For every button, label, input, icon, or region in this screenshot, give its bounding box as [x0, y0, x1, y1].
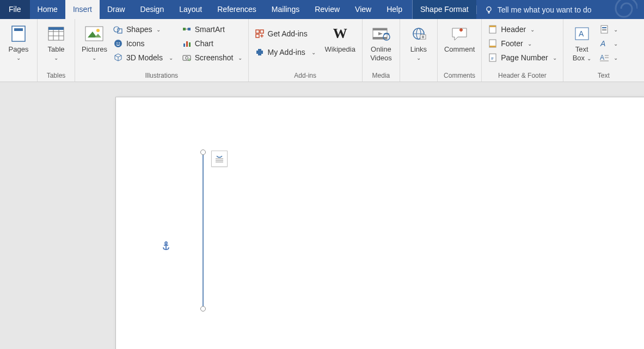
chevron-down-icon: ⌄ — [156, 27, 161, 33]
text-box-button[interactable]: A TextBox ⌄ — [567, 21, 597, 64]
footer-icon — [488, 39, 498, 48]
ribbon-tab-bar: File Home Insert Draw Design Layout Refe… — [0, 0, 644, 19]
get-addins-button[interactable]: Get Add-ins — [252, 28, 318, 40]
online-videos-button[interactable]: OnlineVideos — [366, 21, 396, 64]
document-workspace[interactable] — [0, 82, 644, 349]
chevron-down-icon: ⌄ — [614, 27, 618, 33]
tab-view[interactable]: View — [347, 0, 379, 19]
group-addins: Get Add-ins My Add-ins ⌄ W Wikipedia Add… — [249, 19, 363, 82]
drop-cap-button[interactable]: A ⌄ — [598, 52, 619, 64]
smartart-button[interactable]: SmartArt — [179, 23, 245, 35]
tab-home[interactable]: Home — [30, 0, 65, 19]
line-shape[interactable] — [203, 153, 204, 308]
svg-point-55 — [165, 242, 167, 244]
svg-rect-31 — [373, 37, 387, 39]
tab-design[interactable]: Design — [133, 0, 172, 19]
chevron-down-icon: ⌄ — [238, 55, 242, 61]
svg-point-13 — [114, 27, 119, 32]
footer-button[interactable]: Footer ⌄ — [485, 38, 559, 49]
svg-text:#: # — [491, 56, 494, 61]
quick-parts-icon — [599, 24, 609, 34]
wikipedia-icon: W — [330, 23, 351, 44]
chevron-down-icon: ⌄ — [587, 55, 591, 61]
store-icon — [255, 29, 265, 39]
svg-point-24 — [185, 57, 188, 59]
group-comments: Comment Comments — [438, 19, 482, 82]
chevron-down-icon: ⌄ — [416, 55, 421, 61]
svg-rect-49 — [602, 29, 606, 30]
svg-point-0 — [487, 7, 491, 11]
group-label-headerfooter: Header & Footer — [485, 71, 559, 82]
comment-icon — [449, 23, 470, 44]
decorative-spiral-icon — [605, 0, 637, 20]
chevron-down-icon: ⌄ — [530, 27, 535, 33]
svg-rect-22 — [189, 42, 191, 47]
drop-cap-icon: A — [599, 53, 609, 63]
smartart-icon — [182, 24, 192, 34]
document-page[interactable] — [116, 97, 644, 349]
group-media: OnlineVideos Media — [363, 19, 400, 82]
header-button[interactable]: Header ⌄ — [485, 23, 559, 35]
tab-file[interactable]: File — [0, 0, 30, 19]
svg-rect-30 — [373, 28, 387, 30]
layout-options-button[interactable] — [211, 151, 228, 167]
group-label-text: Text — [567, 71, 641, 82]
group-label-comments: Comments — [441, 71, 478, 82]
chevron-down-icon: ⌄ — [310, 49, 316, 55]
layout-options-icon — [214, 153, 225, 164]
screenshot-button[interactable]: Screenshot ⌄ — [179, 52, 245, 64]
shapes-button[interactable]: Shapes ⌄ — [111, 23, 176, 35]
wikipedia-button[interactable]: W Wikipedia — [322, 21, 359, 56]
header-icon — [488, 24, 498, 34]
shape-handle-top[interactable] — [200, 149, 206, 155]
wordart-icon: A — [599, 39, 609, 48]
group-links: Links ⌄ — [400, 19, 438, 82]
tab-insert[interactable]: Insert — [65, 0, 100, 19]
link-icon — [408, 23, 429, 44]
chart-button[interactable]: Chart — [179, 38, 245, 49]
tab-draw[interactable]: Draw — [100, 0, 133, 19]
tab-help[interactable]: Help — [379, 0, 410, 19]
tab-references[interactable]: References — [210, 0, 264, 19]
wordart-button[interactable]: A ⌄ — [598, 38, 619, 49]
pictures-icon — [84, 23, 105, 44]
text-box-icon: A — [572, 23, 592, 44]
group-label-tables: Tables — [41, 71, 71, 82]
page-number-icon: # — [488, 53, 498, 63]
chevron-down-icon: ⌄ — [92, 55, 96, 61]
quick-parts-button[interactable]: ⌄ — [598, 23, 619, 35]
shape-handle-bottom[interactable] — [200, 306, 206, 311]
tell-me-search[interactable]: Tell me what you want to do — [476, 5, 599, 14]
svg-rect-18 — [183, 28, 186, 30]
svg-rect-20 — [183, 43, 185, 47]
anchor-icon[interactable] — [161, 241, 171, 253]
tab-review[interactable]: Review — [307, 0, 347, 19]
chevron-down-icon: ⌄ — [54, 55, 58, 61]
chevron-down-icon: ⌄ — [614, 55, 618, 61]
my-addins-button[interactable]: My Add-ins ⌄ — [252, 46, 318, 58]
tab-mailings[interactable]: Mailings — [264, 0, 307, 19]
ribbon: Pages ⌄ Table ⌄ Tables Pictures — [0, 19, 644, 82]
svg-point-16 — [116, 42, 118, 43]
links-button[interactable]: Links ⌄ — [403, 21, 434, 64]
icons-icon — [113, 39, 123, 48]
chevron-down-icon: ⌄ — [553, 55, 557, 61]
chart-icon — [182, 39, 192, 48]
table-button[interactable]: Table ⌄ — [41, 21, 71, 64]
3d-models-button[interactable]: 3D Models ⌄ — [111, 52, 176, 64]
tab-layout[interactable]: Layout — [171, 0, 210, 19]
tab-shape-format[interactable]: Shape Format — [413, 0, 476, 19]
page-number-button[interactable]: # Page Number ⌄ — [485, 52, 559, 64]
table-icon — [46, 23, 66, 44]
chevron-down-icon: ⌄ — [167, 55, 173, 61]
svg-rect-2 — [14, 28, 23, 31]
pictures-button[interactable]: Pictures ⌄ — [78, 21, 111, 64]
video-icon — [371, 23, 391, 44]
pages-button[interactable]: Pages ⌄ — [3, 21, 34, 64]
group-text: A TextBox ⌄ ⌄ A ⌄ A ⌄ Text — [563, 19, 644, 82]
group-label-illustrations: Illustrations — [78, 71, 245, 82]
group-tables: Table ⌄ Tables — [38, 19, 75, 82]
comment-button[interactable]: Comment — [441, 21, 478, 56]
addin-icon — [255, 47, 265, 57]
icons-button[interactable]: Icons — [111, 38, 176, 49]
